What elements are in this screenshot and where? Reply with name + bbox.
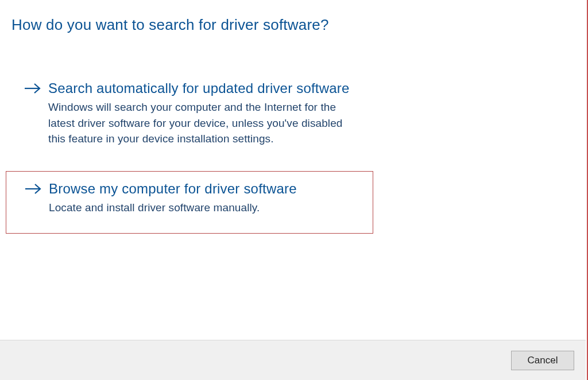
cancel-button[interactable]: Cancel <box>511 351 574 370</box>
dialog-content: How do you want to search for driver sof… <box>0 0 587 340</box>
page-title: How do you want to search for driver sof… <box>11 16 575 34</box>
option-title: Search automatically for updated driver … <box>48 79 362 97</box>
option-description: Locate and install driver software manua… <box>49 200 361 216</box>
driver-search-dialog: How do you want to search for driver sof… <box>0 0 588 380</box>
dialog-footer: Cancel <box>0 340 586 380</box>
option-title: Browse my computer for driver software <box>49 180 361 197</box>
arrow-right-icon <box>25 180 42 198</box>
option-browse-computer[interactable]: Browse my computer for driver software L… <box>6 171 373 234</box>
option-description: Windows will search your computer and th… <box>48 99 362 147</box>
arrow-right-icon <box>24 79 41 98</box>
option-search-automatically[interactable]: Search automatically for updated driver … <box>6 71 373 155</box>
